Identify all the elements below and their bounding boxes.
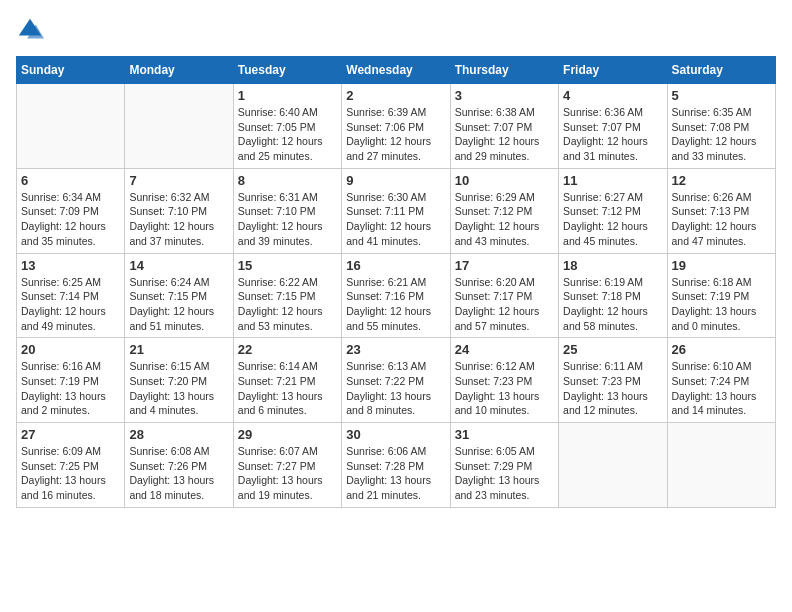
calendar-table: SundayMondayTuesdayWednesdayThursdayFrid… (16, 56, 776, 508)
column-header-thursday: Thursday (450, 57, 558, 84)
column-header-wednesday: Wednesday (342, 57, 450, 84)
day-number: 31 (455, 427, 554, 442)
day-info: Sunrise: 6:32 AM Sunset: 7:10 PM Dayligh… (129, 190, 228, 249)
day-info: Sunrise: 6:38 AM Sunset: 7:07 PM Dayligh… (455, 105, 554, 164)
day-number: 26 (672, 342, 771, 357)
calendar-cell: 12Sunrise: 6:26 AM Sunset: 7:13 PM Dayli… (667, 168, 775, 253)
calendar-cell: 19Sunrise: 6:18 AM Sunset: 7:19 PM Dayli… (667, 253, 775, 338)
day-info: Sunrise: 6:12 AM Sunset: 7:23 PM Dayligh… (455, 359, 554, 418)
day-info: Sunrise: 6:34 AM Sunset: 7:09 PM Dayligh… (21, 190, 120, 249)
day-number: 10 (455, 173, 554, 188)
day-info: Sunrise: 6:30 AM Sunset: 7:11 PM Dayligh… (346, 190, 445, 249)
calendar-cell: 25Sunrise: 6:11 AM Sunset: 7:23 PM Dayli… (559, 338, 667, 423)
day-info: Sunrise: 6:16 AM Sunset: 7:19 PM Dayligh… (21, 359, 120, 418)
calendar-cell: 14Sunrise: 6:24 AM Sunset: 7:15 PM Dayli… (125, 253, 233, 338)
day-info: Sunrise: 6:06 AM Sunset: 7:28 PM Dayligh… (346, 444, 445, 503)
logo (16, 16, 48, 44)
calendar-cell: 23Sunrise: 6:13 AM Sunset: 7:22 PM Dayli… (342, 338, 450, 423)
calendar-cell: 26Sunrise: 6:10 AM Sunset: 7:24 PM Dayli… (667, 338, 775, 423)
day-info: Sunrise: 6:10 AM Sunset: 7:24 PM Dayligh… (672, 359, 771, 418)
day-number: 9 (346, 173, 445, 188)
day-info: Sunrise: 6:09 AM Sunset: 7:25 PM Dayligh… (21, 444, 120, 503)
calendar-cell: 8Sunrise: 6:31 AM Sunset: 7:10 PM Daylig… (233, 168, 341, 253)
day-number: 19 (672, 258, 771, 273)
day-info: Sunrise: 6:39 AM Sunset: 7:06 PM Dayligh… (346, 105, 445, 164)
calendar-cell: 16Sunrise: 6:21 AM Sunset: 7:16 PM Dayli… (342, 253, 450, 338)
day-info: Sunrise: 6:36 AM Sunset: 7:07 PM Dayligh… (563, 105, 662, 164)
calendar-week-3: 13Sunrise: 6:25 AM Sunset: 7:14 PM Dayli… (17, 253, 776, 338)
day-number: 15 (238, 258, 337, 273)
day-info: Sunrise: 6:26 AM Sunset: 7:13 PM Dayligh… (672, 190, 771, 249)
day-number: 21 (129, 342, 228, 357)
day-number: 7 (129, 173, 228, 188)
day-number: 16 (346, 258, 445, 273)
calendar-week-5: 27Sunrise: 6:09 AM Sunset: 7:25 PM Dayli… (17, 423, 776, 508)
calendar-cell: 21Sunrise: 6:15 AM Sunset: 7:20 PM Dayli… (125, 338, 233, 423)
calendar-cell: 5Sunrise: 6:35 AM Sunset: 7:08 PM Daylig… (667, 84, 775, 169)
day-info: Sunrise: 6:14 AM Sunset: 7:21 PM Dayligh… (238, 359, 337, 418)
calendar-cell: 27Sunrise: 6:09 AM Sunset: 7:25 PM Dayli… (17, 423, 125, 508)
column-header-sunday: Sunday (17, 57, 125, 84)
page-header (16, 16, 776, 44)
day-number: 20 (21, 342, 120, 357)
day-number: 24 (455, 342, 554, 357)
day-info: Sunrise: 6:20 AM Sunset: 7:17 PM Dayligh… (455, 275, 554, 334)
calendar-cell: 6Sunrise: 6:34 AM Sunset: 7:09 PM Daylig… (17, 168, 125, 253)
calendar-cell: 30Sunrise: 6:06 AM Sunset: 7:28 PM Dayli… (342, 423, 450, 508)
calendar-cell: 29Sunrise: 6:07 AM Sunset: 7:27 PM Dayli… (233, 423, 341, 508)
calendar-cell: 9Sunrise: 6:30 AM Sunset: 7:11 PM Daylig… (342, 168, 450, 253)
day-number: 30 (346, 427, 445, 442)
day-info: Sunrise: 6:07 AM Sunset: 7:27 PM Dayligh… (238, 444, 337, 503)
calendar-week-1: 1Sunrise: 6:40 AM Sunset: 7:05 PM Daylig… (17, 84, 776, 169)
day-number: 8 (238, 173, 337, 188)
day-number: 1 (238, 88, 337, 103)
calendar-cell: 17Sunrise: 6:20 AM Sunset: 7:17 PM Dayli… (450, 253, 558, 338)
column-header-tuesday: Tuesday (233, 57, 341, 84)
day-number: 23 (346, 342, 445, 357)
calendar-cell: 24Sunrise: 6:12 AM Sunset: 7:23 PM Dayli… (450, 338, 558, 423)
day-info: Sunrise: 6:22 AM Sunset: 7:15 PM Dayligh… (238, 275, 337, 334)
calendar-cell (17, 84, 125, 169)
day-info: Sunrise: 6:24 AM Sunset: 7:15 PM Dayligh… (129, 275, 228, 334)
day-info: Sunrise: 6:40 AM Sunset: 7:05 PM Dayligh… (238, 105, 337, 164)
day-number: 11 (563, 173, 662, 188)
calendar-week-2: 6Sunrise: 6:34 AM Sunset: 7:09 PM Daylig… (17, 168, 776, 253)
day-info: Sunrise: 6:21 AM Sunset: 7:16 PM Dayligh… (346, 275, 445, 334)
day-info: Sunrise: 6:11 AM Sunset: 7:23 PM Dayligh… (563, 359, 662, 418)
calendar-header-row: SundayMondayTuesdayWednesdayThursdayFrid… (17, 57, 776, 84)
day-number: 22 (238, 342, 337, 357)
calendar-cell: 31Sunrise: 6:05 AM Sunset: 7:29 PM Dayli… (450, 423, 558, 508)
day-number: 13 (21, 258, 120, 273)
day-number: 12 (672, 173, 771, 188)
day-number: 17 (455, 258, 554, 273)
day-number: 25 (563, 342, 662, 357)
day-info: Sunrise: 6:25 AM Sunset: 7:14 PM Dayligh… (21, 275, 120, 334)
calendar-cell: 2Sunrise: 6:39 AM Sunset: 7:06 PM Daylig… (342, 84, 450, 169)
day-info: Sunrise: 6:05 AM Sunset: 7:29 PM Dayligh… (455, 444, 554, 503)
calendar-cell: 10Sunrise: 6:29 AM Sunset: 7:12 PM Dayli… (450, 168, 558, 253)
day-number: 18 (563, 258, 662, 273)
day-info: Sunrise: 6:31 AM Sunset: 7:10 PM Dayligh… (238, 190, 337, 249)
calendar-cell (125, 84, 233, 169)
logo-icon (16, 16, 44, 44)
column-header-saturday: Saturday (667, 57, 775, 84)
calendar-cell: 3Sunrise: 6:38 AM Sunset: 7:07 PM Daylig… (450, 84, 558, 169)
day-number: 6 (21, 173, 120, 188)
calendar-cell (559, 423, 667, 508)
day-info: Sunrise: 6:27 AM Sunset: 7:12 PM Dayligh… (563, 190, 662, 249)
day-info: Sunrise: 6:35 AM Sunset: 7:08 PM Dayligh… (672, 105, 771, 164)
calendar-cell: 20Sunrise: 6:16 AM Sunset: 7:19 PM Dayli… (17, 338, 125, 423)
day-info: Sunrise: 6:18 AM Sunset: 7:19 PM Dayligh… (672, 275, 771, 334)
calendar-cell: 4Sunrise: 6:36 AM Sunset: 7:07 PM Daylig… (559, 84, 667, 169)
day-info: Sunrise: 6:19 AM Sunset: 7:18 PM Dayligh… (563, 275, 662, 334)
day-number: 27 (21, 427, 120, 442)
calendar-week-4: 20Sunrise: 6:16 AM Sunset: 7:19 PM Dayli… (17, 338, 776, 423)
calendar-cell: 1Sunrise: 6:40 AM Sunset: 7:05 PM Daylig… (233, 84, 341, 169)
column-header-monday: Monday (125, 57, 233, 84)
day-info: Sunrise: 6:15 AM Sunset: 7:20 PM Dayligh… (129, 359, 228, 418)
calendar-cell: 15Sunrise: 6:22 AM Sunset: 7:15 PM Dayli… (233, 253, 341, 338)
calendar-cell (667, 423, 775, 508)
calendar-cell: 28Sunrise: 6:08 AM Sunset: 7:26 PM Dayli… (125, 423, 233, 508)
day-number: 3 (455, 88, 554, 103)
day-info: Sunrise: 6:08 AM Sunset: 7:26 PM Dayligh… (129, 444, 228, 503)
